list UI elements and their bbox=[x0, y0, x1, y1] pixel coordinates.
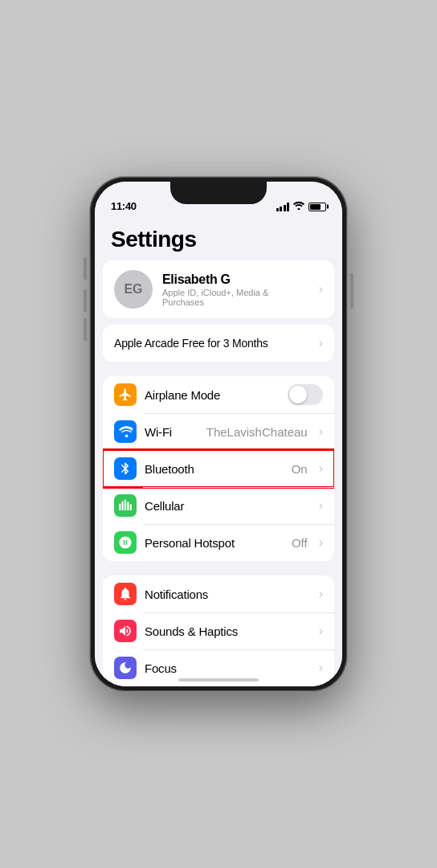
focus-icon-wrap bbox=[114, 657, 137, 679]
airplane-icon-wrap bbox=[114, 383, 137, 406]
notifications-label: Notifications bbox=[145, 588, 311, 601]
cellular-label: Cellular bbox=[145, 499, 311, 513]
profile-name: Elisabeth G bbox=[162, 272, 309, 287]
bluetooth-chevron: › bbox=[319, 461, 323, 476]
focus-label: Focus bbox=[145, 661, 311, 675]
sounds-chevron: › bbox=[319, 624, 323, 638]
status-bar: 11:40 bbox=[95, 182, 342, 217]
phone-frame: 11:40 Settings bbox=[90, 177, 347, 691]
profile-card[interactable]: EG Elisabeth G Apple ID, iCloud+, Media … bbox=[103, 260, 334, 318]
notch bbox=[170, 182, 267, 204]
sounds-row[interactable]: Sounds & Haptics › bbox=[103, 612, 334, 649]
bluetooth-icon bbox=[118, 461, 133, 476]
profile-chevron: › bbox=[319, 282, 323, 297]
svg-point-1 bbox=[125, 434, 129, 437]
wifi-label: Wi-Fi bbox=[145, 425, 198, 439]
sounds-icon-wrap bbox=[114, 620, 137, 642]
wifi-row[interactable]: Wi-Fi TheLavishChateau › bbox=[103, 413, 334, 450]
airplane-mode-row[interactable]: Airplane Mode bbox=[103, 376, 334, 413]
airplane-toggle[interactable] bbox=[288, 384, 323, 405]
cellular-icon-wrap bbox=[114, 494, 137, 517]
bluetooth-value: On bbox=[292, 462, 308, 476]
cellular-chevron: › bbox=[319, 498, 323, 513]
wifi-icon-wrap bbox=[114, 420, 137, 443]
wifi-row-icon bbox=[118, 424, 133, 439]
status-time: 11:40 bbox=[111, 200, 137, 212]
bluetooth-icon-wrap bbox=[114, 457, 137, 480]
bell-icon bbox=[118, 587, 133, 601]
hotspot-value: Off bbox=[292, 536, 308, 550]
wifi-status-icon bbox=[293, 201, 304, 212]
notifications-group: Notifications › Sounds & Haptics › bbox=[103, 575, 334, 686]
page-title: Settings bbox=[95, 217, 342, 260]
moon-icon bbox=[118, 661, 133, 675]
hotspot-chevron: › bbox=[319, 535, 323, 550]
bluetooth-row[interactable]: Bluetooth On › bbox=[103, 450, 334, 487]
cellular-icon bbox=[118, 498, 133, 513]
hotspot-icon-wrap bbox=[114, 531, 137, 554]
signal-icon bbox=[276, 203, 290, 211]
arcade-chevron: › bbox=[319, 336, 323, 350]
notifications-icon-wrap bbox=[114, 583, 137, 605]
wifi-chevron: › bbox=[319, 424, 323, 439]
focus-chevron: › bbox=[319, 661, 323, 675]
hotspot-icon bbox=[118, 535, 133, 550]
status-icons bbox=[276, 201, 327, 212]
avatar: EG bbox=[114, 270, 153, 309]
cellular-row[interactable]: Cellular › bbox=[103, 487, 334, 524]
svg-point-0 bbox=[298, 208, 300, 210]
arcade-row[interactable]: Apple Arcade Free for 3 Months › bbox=[103, 325, 334, 362]
hotspot-row[interactable]: Personal Hotspot Off › bbox=[103, 524, 334, 561]
sounds-label: Sounds & Haptics bbox=[145, 624, 311, 638]
battery-icon bbox=[308, 203, 326, 211]
notifications-row[interactable]: Notifications › bbox=[103, 575, 334, 612]
airplane-label: Airplane Mode bbox=[145, 388, 280, 402]
hotspot-label: Personal Hotspot bbox=[145, 536, 284, 550]
home-indicator bbox=[178, 678, 259, 682]
sound-icon bbox=[118, 624, 133, 638]
profile-subtitle: Apple ID, iCloud+, Media & Purchases bbox=[162, 288, 309, 307]
screen-content: Settings EG Elisabeth G Apple ID, iCloud… bbox=[95, 217, 342, 686]
connectivity-group: Airplane Mode Wi-Fi TheL bbox=[103, 376, 334, 561]
profile-info: Elisabeth G Apple ID, iCloud+, Media & P… bbox=[162, 272, 309, 307]
phone-screen: 11:40 Settings bbox=[95, 182, 342, 686]
airplane-icon bbox=[118, 387, 133, 402]
bluetooth-label: Bluetooth bbox=[145, 462, 284, 476]
wifi-value: TheLavishChateau bbox=[206, 425, 308, 439]
arcade-label: Apple Arcade Free for 3 Months bbox=[114, 337, 268, 350]
notifications-chevron: › bbox=[319, 587, 323, 601]
